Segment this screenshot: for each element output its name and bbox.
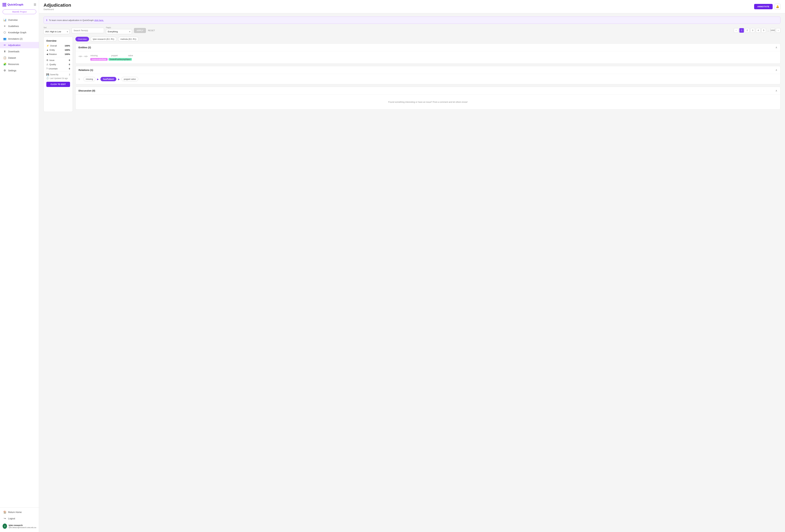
stat-value-issue: 0	[69, 59, 70, 61]
annotate-button[interactable]: ANNOTATE	[754, 4, 773, 9]
discussion-collapse-button[interactable]: ∧	[776, 89, 777, 92]
page-title: Adjudication	[44, 3, 71, 8]
badge-sealed-fluid: SealedFluidVaryingObject	[108, 58, 132, 60]
user-email: tyler.bikaun@research.uwa.edu.au	[9, 527, 36, 528]
logout-icon: ↪	[3, 517, 6, 520]
sidebar-item-resources[interactable]: 🧩 Resources	[0, 61, 39, 67]
page-title-group: Adjudication Dashboard	[44, 3, 71, 10]
content-area: ℹ To learn more about adjudication in Qu…	[39, 13, 785, 532]
save-icon: 💾	[46, 73, 49, 76]
apply-button[interactable]: APPLY	[134, 28, 146, 33]
downloads-icon: ⬇	[3, 50, 6, 53]
sidebar-item-downloads[interactable]: ⬇ Downloads	[0, 48, 39, 55]
sidebar-item-annotators[interactable]: 👥 Annotators (2)	[0, 35, 39, 42]
entity-labels-col: missing poppet valve UndesirableState Se…	[91, 54, 133, 60]
stat-row-uncertain: ? Uncertain 0	[46, 67, 70, 70]
top-bar: Adjudication Dashboard ANNOTATE 🔔	[39, 0, 785, 13]
discussion-section: Discussion (0) ∧ Found something interes…	[75, 86, 781, 109]
sidebar-item-adjudication[interactable]: ✏ Adjudication	[0, 42, 39, 48]
saved-by-row: 💾 Saved By 2	[46, 73, 70, 76]
logo-grid-icon	[3, 3, 6, 6]
sidebar-item-label: Guidelines	[8, 25, 19, 27]
page-4-button[interactable]: 4	[756, 28, 760, 33]
tab-tyler-research[interactable]: tyler-research (E2, R1)	[91, 37, 117, 42]
relations-section: Relations (1) ∧ 1. missing ▶ hasPatient …	[75, 66, 781, 84]
flags-select[interactable]: Everything Issues Quality Uncertain	[106, 29, 132, 34]
sidebar-item-label: Downloads	[8, 50, 19, 53]
notification-button[interactable]: 🔔	[775, 4, 781, 9]
sort-group: Sort IAA: High to Low IAA: Low to High A…	[44, 27, 70, 34]
sidebar-item-overview[interactable]: 📊 Overview	[0, 17, 39, 23]
entities-section-header: Entities (2) ∧	[76, 44, 780, 51]
sort-select[interactable]: IAA: High to Low IAA: Low to High Alphab…	[44, 29, 70, 34]
sidebar-item-label: Overview	[8, 19, 18, 21]
last-updated-text: Last Updated 2d ago	[50, 77, 68, 79]
relation-predicate-node: hasPatient	[100, 77, 117, 81]
hamburger-icon[interactable]: ☰	[34, 3, 36, 6]
guidelines-icon: ≡	[3, 25, 6, 28]
stat-label-entity: Entity	[50, 49, 55, 51]
saved-by-value: 2	[69, 74, 70, 76]
click-to-edit-button[interactable]: CLICK TO EDIT	[46, 82, 70, 87]
reset-button[interactable]: RESET	[148, 29, 155, 32]
stat-value-overall: 100%	[65, 45, 70, 47]
sidebar-header: QuickGraph ☰	[0, 0, 39, 9]
sidebar-item-knowledge-graph[interactable]: ⬡ Knowledge Graph	[0, 29, 39, 35]
entities-title: Entities (2)	[78, 46, 91, 49]
page-1-button[interactable]: 1	[739, 28, 744, 33]
search-input[interactable]	[72, 28, 104, 33]
relations-collapse-button[interactable]: ∧	[776, 69, 777, 72]
overall-icon: ⚡	[46, 44, 49, 47]
prev-page-button[interactable]: ‹	[734, 28, 738, 33]
adjudication-icon: ✏	[3, 44, 6, 47]
flags-label: Flag(s)	[106, 27, 132, 28]
sidebar-item-label: Annotators (2)	[8, 37, 23, 40]
next-page-button[interactable]: ›	[776, 28, 781, 33]
entity-icon: ▲	[46, 49, 49, 51]
page-5-button[interactable]: 5	[761, 28, 766, 33]
entity-id-prefix: <id> - <id>	[78, 55, 88, 57]
page-last-button[interactable]: 1000	[770, 28, 775, 33]
bell-icon: 🔔	[776, 5, 779, 8]
entity-col-missing: missing	[91, 54, 98, 57]
issue-icon: ⚙	[46, 59, 48, 61]
stat-value-entity: 100%	[65, 49, 70, 51]
entities-collapse-button[interactable]: ∧	[776, 46, 777, 49]
knowledge-graph-icon: ⬡	[3, 31, 6, 34]
tab-melinda[interactable]: melinda (E2, R1)	[118, 37, 139, 42]
sidebar-item-label: Adjudication	[8, 44, 21, 47]
user-info: t tyler-research tyler.bikaun@research.u…	[0, 522, 39, 531]
uncertain-icon: ?	[46, 67, 48, 70]
entity-badge-row: UndesirableState SealedFluidVaryingObjec…	[91, 58, 133, 60]
entities-section: Entities (2) ∧ <id> - <id> missing popp	[75, 43, 781, 64]
detail-panel: Overview tyler-research (E2, R1) melinda…	[75, 37, 781, 112]
sidebar-item-guidelines[interactable]: ≡ Guidelines	[0, 23, 39, 29]
sidebar-item-dataset[interactable]: 📋 Dataset	[0, 55, 39, 61]
app-logo[interactable]: QuickGraph	[3, 3, 23, 6]
saved-by-label: Saved By	[50, 74, 58, 76]
clock-icon: 🕐	[46, 77, 49, 79]
info-banner-link[interactable]: click here.	[94, 19, 104, 22]
sidebar-item-settings[interactable]: ⚙ Settings	[0, 67, 39, 74]
page-2-button[interactable]: 2	[745, 28, 750, 33]
sidebar-nav: 📊 Overview ≡ Guidelines ⬡ Knowledge Grap…	[0, 16, 39, 507]
relation-icon: ◀	[46, 53, 48, 55]
user-text: tyler-research tyler.bikaun@research.uwa…	[9, 524, 36, 528]
stat-row-entity: ▲ Entity 100%	[46, 49, 70, 51]
overview-panel-title: Overview	[46, 40, 70, 42]
sort-label: Sort	[44, 27, 70, 28]
pagination: ‹ 1 2 3 4 5 ... 1000 ›	[734, 28, 781, 33]
sidebar-item-logout[interactable]: ↪ Logout	[0, 515, 39, 522]
overview-icon: 📊	[3, 18, 6, 22]
info-banner-text: To learn more about adjudication in Quic…	[49, 19, 104, 22]
entity-col-poppet: poppet	[111, 54, 118, 57]
sidebar-item-return-home[interactable]: 🏠 Return Home	[0, 509, 39, 515]
sidebar-item-label: Return Home	[8, 511, 22, 513]
project-badge[interactable]: MaintIE Project	[3, 9, 36, 14]
annotators-icon: 👥	[3, 37, 6, 40]
page-3-button[interactable]: 3	[751, 28, 755, 33]
toolbar-row: Sort IAA: High to Low IAA: Low to High A…	[44, 27, 781, 34]
top-bar-actions: ANNOTATE 🔔	[754, 4, 781, 9]
tab-overview[interactable]: Overview	[75, 37, 89, 42]
stat-row-overall: ⚡ Overall 100%	[46, 44, 70, 47]
